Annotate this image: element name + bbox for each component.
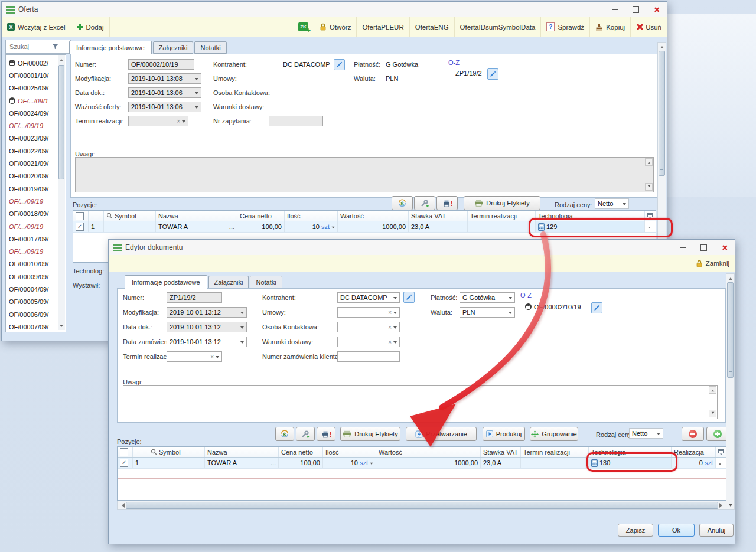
column-chooser-icon[interactable] xyxy=(645,211,656,221)
list-item[interactable]: OF/00021/09/ xyxy=(6,157,66,169)
produce-button[interactable]: Produkuj xyxy=(483,427,525,441)
cell-termin-realizacji[interactable] xyxy=(521,458,589,468)
oz-link[interactable]: O-Z xyxy=(520,292,532,299)
search-input[interactable] xyxy=(8,43,52,51)
cell-realizacja[interactable]: 0szt xyxy=(672,458,716,468)
cancel-button[interactable]: Anuluj xyxy=(699,524,734,537)
open-button[interactable]: Otwórz xyxy=(314,17,357,37)
list-item[interactable]: OF/00025/09/ xyxy=(6,82,66,94)
dropdown-icon[interactable] xyxy=(509,297,512,301)
remove-row-button[interactable] xyxy=(682,427,704,441)
umowy-select[interactable]: × xyxy=(337,307,400,318)
column-realizacja[interactable]: Realizacja xyxy=(672,447,716,457)
list-item[interactable]: OF/00002/ xyxy=(6,57,66,69)
dropdown-icon[interactable] xyxy=(509,312,512,316)
tab-zalaczniki[interactable]: Załączniki xyxy=(153,41,194,54)
ellipsis-button[interactable]: ... xyxy=(229,223,234,230)
list-item[interactable]: OF/.../09/19 xyxy=(6,119,66,132)
column-termin-realizacji[interactable]: Termin realizacji xyxy=(521,447,589,457)
list-item[interactable]: OF/.../09/19 xyxy=(6,220,66,233)
scroll-down-icon[interactable] xyxy=(58,323,65,330)
column-technologia[interactable]: Technologia xyxy=(536,211,645,221)
osoba-select[interactable]: × xyxy=(337,322,400,332)
rodzaj-ceny-select[interactable]: Netto xyxy=(629,428,663,439)
dropdown-icon[interactable] xyxy=(657,433,660,437)
dropdown-icon[interactable] xyxy=(240,341,244,345)
platnosc-select[interactable]: G Gotówka xyxy=(460,292,515,303)
dropdown-icon[interactable] xyxy=(393,326,397,331)
oz-link[interactable]: O-Z xyxy=(448,59,460,66)
cell-nazwa[interactable]: TOWAR A... xyxy=(205,458,279,468)
column-ilosc[interactable]: Ilość xyxy=(285,211,338,221)
row-checkbox[interactable]: ✓ xyxy=(73,221,89,232)
tab-zalaczniki[interactable]: Załączniki xyxy=(208,276,249,288)
column-termin-realizacji[interactable]: Termin realizacji xyxy=(468,211,536,221)
cell-technologia[interactable]: 129 xyxy=(536,221,645,232)
list-item[interactable]: OF/00006/09/ xyxy=(6,308,66,321)
cell-technologia[interactable]: 130 xyxy=(589,458,672,468)
cell-ilosc[interactable]: 10szt xyxy=(285,221,338,232)
scroll-up-icon[interactable] xyxy=(58,55,65,63)
list-item[interactable]: OF/00024/09/ xyxy=(6,107,66,119)
row-scroll-top-icon[interactable] xyxy=(645,221,656,232)
add-button[interactable]: Dodaj xyxy=(71,17,110,37)
column-stawka-vat[interactable]: Stawka VAT xyxy=(481,447,521,457)
scroll-left-icon[interactable] xyxy=(119,503,125,508)
column-nazwa[interactable]: Nazwa xyxy=(156,211,237,221)
print-warning-button[interactable]: ! xyxy=(436,196,458,210)
column-technologia[interactable]: Technologia xyxy=(589,447,672,457)
cell-ilosc[interactable]: 10szt xyxy=(323,458,376,468)
cell-wartosc[interactable]: 1000,00 xyxy=(376,458,481,468)
filter-icon[interactable] xyxy=(52,44,58,50)
cell-symbol[interactable] xyxy=(104,221,156,232)
list-item[interactable]: OF/.../09/19 xyxy=(6,245,66,257)
scroll-up-icon[interactable] xyxy=(726,274,734,281)
print-labels-button[interactable]: Drukuj Etykiety xyxy=(340,427,400,441)
list-item[interactable]: OF/00018/09/ xyxy=(6,208,66,220)
dropdown-icon[interactable] xyxy=(195,78,198,82)
list-item[interactable]: OF/00019/09/ xyxy=(6,182,66,195)
oferta-idsum-button[interactable]: OfertaIDsumSymbolData xyxy=(455,17,542,37)
ellipsis-button[interactable]: ... xyxy=(271,459,276,466)
tab-informacje-podstawowe[interactable]: Informacje podstawowe xyxy=(69,41,152,54)
oferta-titlebar[interactable]: Oferta xyxy=(2,2,667,18)
close-button[interactable] xyxy=(714,240,735,255)
close-locked-button[interactable]: Zamknij xyxy=(690,255,735,272)
edit-oz-button[interactable] xyxy=(487,68,498,80)
column-symbol[interactable]: Symbol xyxy=(148,447,205,457)
cell-wartosc[interactable]: 1000,00 xyxy=(338,221,409,232)
row-scroll-top-icon[interactable] xyxy=(716,458,726,468)
column-chooser-icon[interactable] xyxy=(716,447,726,457)
clear-icon[interactable]: × xyxy=(388,309,392,316)
list-item[interactable]: OF/00009/09/ xyxy=(6,270,66,283)
dropdown-icon[interactable] xyxy=(195,92,198,96)
dropdown-icon[interactable] xyxy=(332,226,335,230)
modyfikacja-field[interactable]: 2019-10-01 13:08 xyxy=(128,73,201,84)
zk-add-button[interactable]: ZK+ xyxy=(293,17,314,37)
clear-icon[interactable]: × xyxy=(388,324,392,331)
scroll-down-icon[interactable] xyxy=(645,183,653,191)
dropdown-icon[interactable] xyxy=(393,312,397,316)
clear-icon[interactable]: × xyxy=(177,118,180,125)
scroll-down-icon[interactable] xyxy=(709,410,716,417)
close-button[interactable] xyxy=(646,2,667,17)
list-item[interactable]: OF/00022/09/ xyxy=(6,145,66,157)
nr-zapytania-field[interactable] xyxy=(269,116,323,126)
numer-zamowienia-klienta-field[interactable] xyxy=(337,351,400,362)
edytor-titlebar[interactable]: Edytor dokumentu xyxy=(109,240,735,256)
oferta-pleur-button[interactable]: OfertaPLEUR xyxy=(357,17,409,37)
dropdown-icon[interactable] xyxy=(216,356,219,360)
table-row[interactable]: ✓ 1 TOWAR A... 100,00 10szt 1000,00 23,0… xyxy=(73,221,656,233)
warunki-select[interactable]: × xyxy=(337,337,400,347)
maximize-button[interactable] xyxy=(693,240,714,255)
cell-stawka-vat[interactable]: 23,0 A xyxy=(409,221,468,232)
cell-termin-realizacji[interactable] xyxy=(468,221,536,232)
tools-button[interactable] xyxy=(414,196,435,210)
waluta-select[interactable]: PLN xyxy=(460,307,515,318)
print-warning-button[interactable]: ! xyxy=(317,427,335,441)
tab-notatki[interactable]: Notatki xyxy=(250,276,282,288)
scroll-up-icon[interactable] xyxy=(645,158,653,166)
dropdown-icon[interactable] xyxy=(195,106,198,110)
table-row[interactable]: ✓ 1 TOWAR A... 100,00 10szt 1000,00 23,0… xyxy=(118,458,726,469)
edit-kontrahent-button[interactable] xyxy=(403,292,415,303)
